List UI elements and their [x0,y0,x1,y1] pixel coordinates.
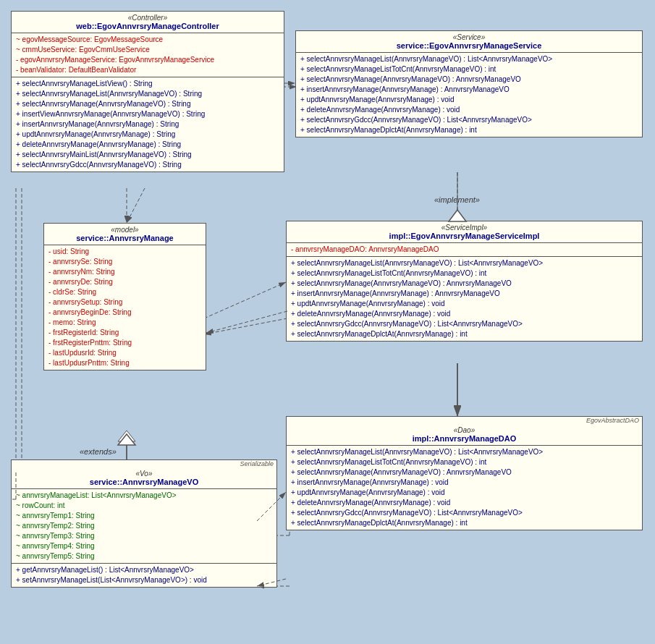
service-method-2: + selectAnnvrsryManageListTotCnt(Annvrsr… [300,64,638,75]
controller-method-5: + insertAnnvrsryManage(AnnvrsryManage) :… [16,119,279,130]
vo-note: Serializable [12,460,276,467]
service-header: «Service» service::EgovAnnvrsryManageSer… [296,31,642,53]
model-field-8: - memo: String [48,318,201,328]
svg-marker-24 [118,434,135,445]
dao-method-5: + updtAnnvrsryManage(AnnvrsryManage) : v… [291,488,638,498]
serviceimpl-field-1: - annvrsryManageDAO: AnnvrsryManageDAO [291,245,638,255]
model-field-6: - annvrsrySetup: String [48,297,201,308]
controller-method-7: + deleteAnnvrsryManage(AnnvrsryManage) :… [16,140,279,150]
vo-field-1: ~ annvrsryManageList: List<AnnvrsryManag… [16,491,272,501]
model-fields: - usid: String - annvrsrySe: String - an… [44,245,206,370]
dao-method-3: + selectAnnvrsryManage(AnnvrsryManageVO)… [291,467,638,478]
vo-field-4: ~ annvrsryTemp2: String [16,521,272,531]
dao-method-7: + selectAnnvrsryGdcc(AnnvrsryManageVO) :… [291,508,638,518]
controller-stereotype: «Controller» [15,14,280,22]
controller-methods: + selectAnnvrsryManageListView() : Strin… [12,77,284,171]
vo-field-2: ~ rowCount: int [16,501,272,511]
controller-method-6: + updtAnnvrsryManage(AnnvrsryManage) : S… [16,130,279,140]
vo-method-2: + setAnnvrsryManageList(List<AnnvrsryMan… [16,575,272,585]
controller-classname: web::EgovAnnvrsryManageController [15,22,280,30]
service-method-6: + deleteAnnvrsryManage(AnnvrsryManage) :… [300,105,638,115]
dao-stereotype: «Dao» [290,426,638,434]
model-field-5: - cldrSe: String [48,287,201,297]
model-field-9: - frstRegisterId: String [48,328,201,338]
controller-method-3: + selectAnnvrsryManage(AnnvrsryManageVO)… [16,99,279,109]
controller-method-1: + selectAnnvrsryManageListView() : Strin… [16,79,279,89]
svg-line-16 [204,318,287,334]
dao-box: EgovAbstractDAO «Dao» impl::AnnvrsryMana… [286,416,643,530]
model-box: «model» service::AnnvrsryManage - usid: … [43,223,206,370]
service-method-7: + selectAnnvrsryGdcc(AnnvrsryManageVO) :… [300,115,638,125]
serviceimpl-method-2: + selectAnnvrsryManageListTotCnt(Annvrsr… [291,268,638,279]
serviceimpl-method-5: + updtAnnvrsryManage(AnnvrsryManage) : v… [291,299,638,309]
serviceimpl-header: «ServiceImpl» impl::EgovAnnvrsryManageSe… [287,221,642,243]
svg-marker-11 [118,431,135,441]
serviceimpl-method-1: + selectAnnvrsryManageList(AnnvrsryManag… [291,258,638,268]
vo-field-7: ~ annvrsryTemp5: String [16,551,272,562]
serviceimpl-methods: + selectAnnvrsryManageList(AnnvrsryManag… [287,257,642,341]
model-header: «model» service::AnnvrsryManage [44,224,206,245]
service-method-5: + updtAnnvrsryManage(AnnvrsryManage) : v… [300,95,638,105]
serviceimpl-method-4: + insertAnnvrsryManage(AnnvrsryManage) :… [291,289,638,299]
vo-fields: ~ annvrsryManageList: List<AnnvrsryManag… [12,489,276,564]
serviceimpl-box: «ServiceImpl» impl::EgovAnnvrsryManageSe… [286,221,643,342]
serviceimpl-method-7: + selectAnnvrsryGdcc(AnnvrsryManageVO) :… [291,319,638,329]
dao-method-1: + selectAnnvrsryManageList(AnnvrsryManag… [291,447,638,457]
controller-box: «Controller» web::EgovAnnvrsryManageCont… [11,11,284,172]
svg-marker-17 [449,210,466,221]
model-field-7: - annvrsryBeginDe: String [48,308,201,318]
model-field-11: - lastUpdusrId: String [48,348,201,358]
service-method-4: + insertAnnvrsryManage(AnnvrsryManage) :… [300,85,638,95]
vo-field-3: ~ annvrsryTemp1: String [16,511,272,521]
svg-line-7 [204,282,286,318]
serviceimpl-stereotype: «ServiceImpl» [290,224,638,232]
dao-note: EgovAbstractDAO [287,417,642,424]
dao-method-2: + selectAnnvrsryManageListTotCnt(Annvrsr… [291,457,638,467]
service-method-1: + selectAnnvrsryManageList(AnnvrsryManag… [300,54,638,64]
dao-methods: + selectAnnvrsryManageList(AnnvrsryManag… [287,446,642,530]
vo-field-6: ~ annvrsryTemp4: String [16,541,272,551]
vo-stereotype: «Vo» [15,470,273,478]
service-classname: service::EgovAnnvrsryManageService [300,41,638,50]
controller-field-3: - egovAnnvrsryManageService: EgovAnnvrsr… [16,55,279,65]
implement-label: «implement» [434,195,480,204]
service-methods: + selectAnnvrsryManageList(AnnvrsryManag… [296,53,642,137]
model-field-10: - frstRegisterPnttm: String [48,338,201,348]
controller-method-2: + selectAnnvrsryManageList(AnnvrsryManag… [16,89,279,99]
controller-method-4: + insertViewAnnvrsryManage(AnnvrsryManag… [16,109,279,119]
model-field-1: - usid: String [48,247,201,257]
model-field-4: - annvrsryDe: String [48,277,201,287]
model-field-2: - annvrsrySe: String [48,257,201,267]
svg-line-27 [206,311,287,333]
controller-fields: ~ egovMessageSource: EgovMessageSource ~… [12,33,284,77]
vo-field-5: ~ annvrsryTemp3: String [16,531,272,541]
service-stereotype: «Service» [300,33,638,41]
model-stereotype: «model» [48,226,202,234]
vo-method-1: + getAnnvrsryManageList() : List<Annvrsr… [16,565,272,575]
vo-box: Serializable «Vo» service::AnnvrsryManag… [11,459,277,588]
serviceimpl-fields: - annvrsryManageDAO: AnnvrsryManageDAO [287,243,642,257]
extends-label: «extends» [80,447,117,456]
dao-header: «Dao» impl::AnnvrsryManageDAO [287,424,642,446]
dao-classname: impl::AnnvrsryManageDAO [290,434,638,443]
service-box: «Service» service::EgovAnnvrsryManageSer… [295,30,643,137]
controller-method-8: + selectAnnvrsryMainList(AnnvrsryManageV… [16,150,279,160]
uml-diagram: «Controller» web::EgovAnnvrsryManageCont… [0,0,655,644]
serviceimpl-classname: impl::EgovAnnvrsryManageServiceImpl [290,232,638,240]
model-classname: service::AnnvrsryManage [48,234,202,242]
controller-method-9: + selectAnnvrsryGdcc(AnnvrsryManageVO) :… [16,160,279,170]
dao-method-6: + deleteAnnvrsryManage(AnnvrsryManage) :… [291,498,638,508]
serviceimpl-method-6: + deleteAnnvrsryManage(AnnvrsryManage) :… [291,309,638,319]
vo-methods: + getAnnvrsryManageList() : List<Annvrsr… [12,564,276,587]
controller-field-1: ~ egovMessageSource: EgovMessageSource [16,35,279,45]
service-method-3: + selectAnnvrsryManage(AnnvrsryManageVO)… [300,75,638,85]
serviceimpl-method-8: + selectAnnvrsryManageDplctAt(AnnvrsryMa… [291,329,638,339]
dao-method-8: + selectAnnvrsryManageDplctAt(AnnvrsryMa… [291,518,638,528]
dao-method-4: + insertAnnvrsryManage(AnnvrsryManage) :… [291,478,638,488]
service-method-8: + selectAnnvrsryManageDplctAt(AnnvrsryMa… [300,125,638,135]
vo-classname: service::AnnvrsryManageVO [15,478,273,486]
controller-field-4: - beanValidator: DefaultBeanValidator [16,65,279,75]
model-field-12: - lastUpdusrPnttm: String [48,358,201,368]
controller-header: «Controller» web::EgovAnnvrsryManageCont… [12,12,284,33]
vo-header: «Vo» service::AnnvrsryManageVO [12,467,276,489]
